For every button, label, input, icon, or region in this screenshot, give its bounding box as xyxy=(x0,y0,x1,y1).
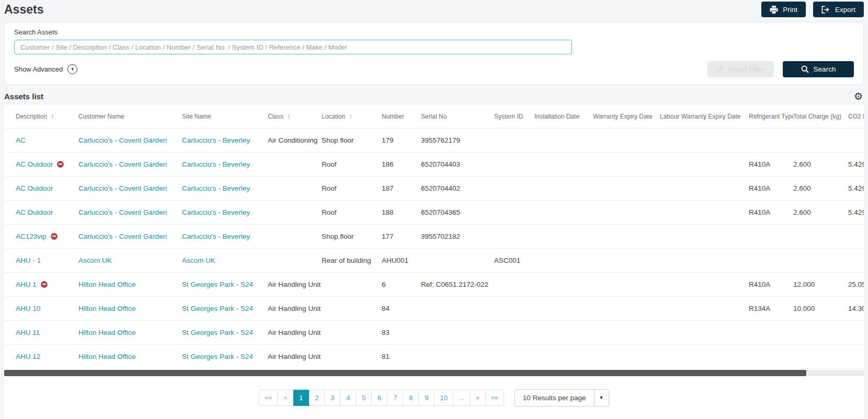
cell-co2_eq: 14.300 xyxy=(848,296,864,320)
pagination-page-5[interactable]: 5 xyxy=(356,390,372,406)
customer-link[interactable]: Hilton Head Office xyxy=(78,353,135,360)
cell-serial_no: Ref: C0651.2172-022 xyxy=(421,272,494,296)
print-button[interactable]: Print xyxy=(761,2,806,17)
column-header-labour_warranty_expiry_date[interactable]: Labour Warranty Expiry Date xyxy=(660,105,749,128)
cell-number: 188 xyxy=(382,200,421,224)
site-link[interactable]: St Georges Park - S24 xyxy=(182,353,253,360)
cell-text: 14.300 xyxy=(848,305,864,312)
cell-system_id xyxy=(494,152,534,176)
asset-link[interactable]: AHU 12 xyxy=(16,353,40,360)
cell-system_id: ASC001 xyxy=(494,248,534,272)
cell-total_charge_kg: 2.600 xyxy=(793,200,848,224)
cell-text: R410A xyxy=(749,208,770,216)
column-header-warranty_expiry_date[interactable]: Warranty Expiry Date xyxy=(593,105,660,128)
cell-site_name: Carluccio's - Beverley xyxy=(182,200,268,224)
asset-link[interactable]: AHU 11 xyxy=(16,329,40,336)
column-header-site_name[interactable]: Site Name xyxy=(182,105,268,128)
asset-link[interactable]: AC Outdoor xyxy=(16,160,53,168)
customer-link[interactable]: Carluccio's - Covent Garden xyxy=(78,136,167,144)
pagination-page-2[interactable]: 2 xyxy=(309,390,325,406)
column-header-number[interactable]: Number xyxy=(382,105,421,128)
cell-total_charge_kg xyxy=(793,128,848,152)
pagination-page-8[interactable]: 8 xyxy=(403,390,419,406)
cell-text: Air Handling Unit xyxy=(268,353,321,360)
cell-text: Air Handling Unit xyxy=(268,281,321,288)
cell-text: Air Handling Unit xyxy=(268,305,321,312)
site-link[interactable]: St Georges Park - S24 xyxy=(182,305,253,312)
cell-number: 83 xyxy=(382,320,421,344)
column-header-refrigerant_type[interactable]: Refrigerant Type xyxy=(749,105,793,128)
asset-link[interactable]: AHU 10 xyxy=(16,305,40,312)
export-button[interactable]: Export xyxy=(813,2,864,17)
cell-total_charge_kg: 10.000 xyxy=(793,296,848,320)
reset-filter-button[interactable]: ↺ Reset Filter xyxy=(707,61,774,77)
site-link[interactable]: Carluccio's - Beverley xyxy=(182,136,250,144)
site-link[interactable]: St Georges Park - S24 xyxy=(182,329,253,336)
customer-link[interactable]: Carluccio's - Covent Garden xyxy=(78,232,167,240)
customer-link[interactable]: Hilton Head Office xyxy=(78,329,135,336)
asset-link[interactable]: AC123vip xyxy=(16,232,47,240)
caret-down-icon[interactable]: ▼ xyxy=(594,390,609,406)
assets-table-viewport: Description↑Customer NameSite NameClass↑… xyxy=(4,105,864,369)
column-header-serial_no[interactable]: Serial No xyxy=(421,105,494,128)
horizontal-scrollbar-track[interactable] xyxy=(4,370,864,376)
cell-customer_name: Hilton Head Office xyxy=(78,272,182,296)
cell-description: AHU 10 xyxy=(4,296,78,320)
cell-co2_eq: 5.429 xyxy=(848,176,864,200)
site-link[interactable]: St Georges Park - S24 xyxy=(182,281,253,288)
column-header-customer_name[interactable]: Customer Name xyxy=(78,105,182,128)
pagination-page-10[interactable]: 10 xyxy=(435,390,453,406)
cell-location: Shop floor xyxy=(322,128,382,152)
gear-icon[interactable]: ⚙ xyxy=(854,91,863,101)
column-header-location[interactable]: Location↑ xyxy=(322,105,382,128)
pagination-next-button[interactable]: » xyxy=(470,390,486,406)
customer-link[interactable]: Hilton Head Office xyxy=(78,281,135,288)
cell-system_id xyxy=(494,200,534,224)
site-link[interactable]: Carluccio's - Beverley xyxy=(182,208,250,216)
site-link[interactable]: Carluccio's - Beverley xyxy=(182,184,250,192)
horizontal-scrollbar-thumb[interactable] xyxy=(4,370,806,376)
customer-link[interactable]: Carluccio's - Covent Garden xyxy=(78,208,167,216)
table-row: ACCarluccio's - Covent GardenCarluccio's… xyxy=(4,128,864,152)
table-row: AC OutdoorCarluccio's - Covent GardenCar… xyxy=(4,176,864,200)
site-link[interactable]: Carluccio's - Beverley xyxy=(182,160,250,168)
cell-text: Roof xyxy=(322,184,337,192)
pagination-first-button[interactable]: «« xyxy=(259,390,278,406)
cell-co2_eq: 25.056 xyxy=(848,272,864,296)
table-row: AC OutdoorCarluccio's - Covent GardenCar… xyxy=(4,152,864,176)
column-header-total_charge_kg[interactable]: Total Charge (kg) xyxy=(793,105,848,128)
column-header-description[interactable]: Description↑ xyxy=(4,105,78,128)
pagination-page-3[interactable]: 3 xyxy=(325,390,340,406)
cell-installation_date xyxy=(534,224,593,248)
customer-link[interactable]: Carluccio's - Covent Garden xyxy=(78,184,167,192)
customer-link[interactable]: Ascom UK xyxy=(78,257,112,264)
cell-installation_date xyxy=(534,176,593,200)
asset-link[interactable]: AC xyxy=(16,136,26,144)
customer-link[interactable]: Hilton Head Office xyxy=(78,305,135,312)
search-button[interactable]: Search xyxy=(783,61,854,77)
table-row: AHU 10Hilton Head OfficeSt Georges Park … xyxy=(4,296,864,320)
cell-number: 6 xyxy=(382,272,421,296)
show-advanced-toggle[interactable]: Show Advanced ▼ xyxy=(14,64,77,74)
column-header-class[interactable]: Class↑ xyxy=(268,105,322,128)
asset-link[interactable]: AHU - 1 xyxy=(16,257,41,264)
asset-link[interactable]: AHU 1 xyxy=(16,281,37,288)
asset-link[interactable]: AC Outdoor xyxy=(16,208,53,216)
pagination-page-4[interactable]: 4 xyxy=(340,390,356,406)
asset-link[interactable]: AC Outdoor xyxy=(16,184,53,192)
customer-link[interactable]: Carluccio's - Covent Garden xyxy=(78,160,167,168)
pagination-page-9[interactable]: 9 xyxy=(419,390,435,406)
pagination-page-7[interactable]: 7 xyxy=(387,390,403,406)
column-header-system_id[interactable]: System ID xyxy=(494,105,534,128)
pagination-page-6[interactable]: 6 xyxy=(372,390,387,406)
site-link[interactable]: Ascom UK xyxy=(182,257,215,264)
results-per-page-select[interactable]: 10 Results per page ▼ xyxy=(515,389,609,406)
column-header-installation_date[interactable]: Installation Date xyxy=(534,105,593,128)
column-header-co2_eq[interactable]: CO2 EQ xyxy=(848,105,864,128)
pagination-prev-button[interactable]: « xyxy=(278,390,293,406)
site-link[interactable]: Carluccio's - Beverley xyxy=(182,232,250,240)
cell-text: 25.056 xyxy=(848,281,864,288)
pagination-page-1[interactable]: 1 xyxy=(293,390,309,406)
search-input[interactable] xyxy=(14,40,572,54)
pagination-last-button[interactable]: »» xyxy=(486,390,504,406)
